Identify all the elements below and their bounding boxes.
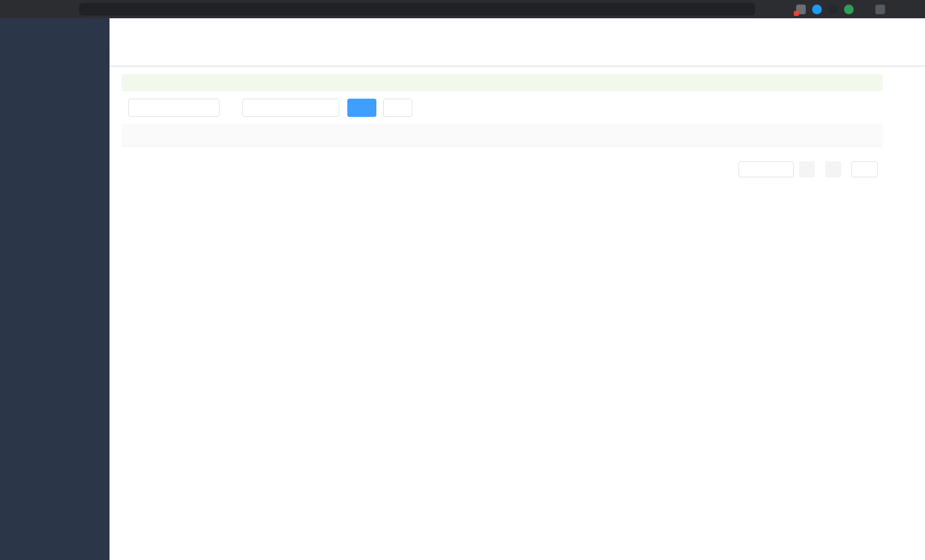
topbar-actions: [755, 24, 878, 41]
home-icon[interactable]: [60, 5, 69, 14]
search-button[interactable]: [347, 99, 376, 117]
alert-close-icon[interactable]: [867, 79, 875, 87]
browser-toolbar-right: [765, 3, 918, 15]
help-icon[interactable]: [792, 28, 801, 38]
search-icon: [356, 104, 364, 112]
refresh-icon: [392, 104, 400, 112]
font-size-icon[interactable]: [828, 28, 838, 38]
extensions-puzzle-icon[interactable]: [860, 5, 869, 14]
page-size-select[interactable]: [739, 161, 794, 177]
main-panel: [109, 18, 925, 560]
fullscreen-icon[interactable]: [810, 28, 819, 38]
prev-page-button[interactable]: [799, 161, 815, 177]
extension-icon-3[interactable]: [828, 5, 838, 14]
extension-badge: [794, 11, 799, 16]
sidebar-toggle-icon[interactable]: [119, 27, 130, 38]
reset-button[interactable]: [383, 99, 412, 117]
goto-page-input[interactable]: [851, 161, 878, 177]
table-header-row: [121, 124, 883, 147]
extension-icon-2[interactable]: [812, 5, 822, 14]
search-icon[interactable]: [755, 28, 765, 38]
extension-icon-4[interactable]: [844, 5, 854, 14]
success-check-icon: [129, 79, 138, 87]
chevron-down-icon: [324, 104, 332, 112]
browser-profile-avatar[interactable]: [891, 3, 903, 15]
site-info-icon[interactable]: [85, 5, 93, 13]
extension-icon-5[interactable]: [875, 5, 885, 14]
tabs-bar: [109, 47, 925, 66]
filter-form: [121, 99, 883, 117]
sidebar: [0, 18, 109, 560]
pagination: [121, 161, 883, 177]
reload-icon[interactable]: [42, 5, 51, 14]
chevron-right-icon: [830, 166, 837, 173]
forward-icon[interactable]: [25, 5, 34, 14]
user-id-input[interactable]: [128, 99, 220, 117]
github-icon[interactable]: [773, 28, 783, 38]
token-table: [121, 124, 883, 147]
address-bar[interactable]: [79, 3, 755, 15]
app-logo[interactable]: [0, 18, 109, 48]
back-icon[interactable]: [7, 5, 16, 14]
browser-nav-buttons: [7, 5, 69, 14]
bookmark-star-icon[interactable]: [781, 5, 790, 14]
next-page-button[interactable]: [825, 161, 841, 177]
user-type-select[interactable]: [242, 99, 339, 117]
extension-icon-1[interactable]: [796, 5, 806, 14]
caret-down-icon: [871, 29, 878, 36]
app-window: [0, 18, 925, 560]
user-avatar: [846, 24, 863, 41]
topbar: [109, 18, 925, 47]
user-menu[interactable]: [846, 24, 878, 41]
chevron-down-icon: [782, 166, 789, 173]
share-icon[interactable]: [765, 5, 774, 14]
logo-image: [7, 25, 24, 42]
chevron-left-icon: [804, 166, 810, 173]
sidebar-menu: [0, 48, 109, 560]
browser-chrome: [0, 0, 925, 18]
doc-alert: [121, 74, 883, 91]
browser-menu-kebab-icon[interactable]: [909, 5, 918, 14]
page-content: [109, 66, 925, 560]
